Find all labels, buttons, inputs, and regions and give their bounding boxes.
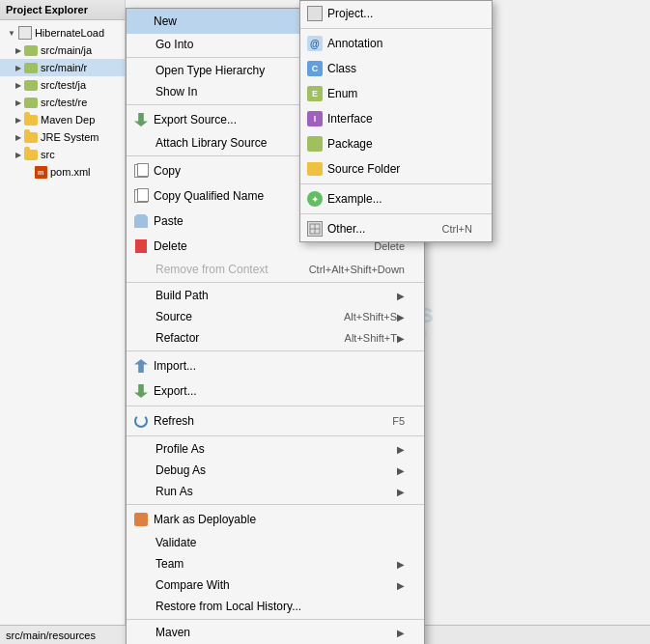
tree-item-srctestr[interactable]: ▶ src/test/re (0, 94, 125, 111)
tree-item-src[interactable]: ▶ src (0, 146, 125, 163)
submenu-arrow: ▶ (397, 487, 405, 497)
tree-label: src/test/re (41, 97, 87, 108)
menu-item-markdeployable[interactable]: Mark as Deployable (127, 507, 424, 532)
menu-item-profileas[interactable]: Profile As ▶ (127, 438, 424, 460)
menu-item-debugas[interactable]: Debug As ▶ (127, 460, 424, 481)
refresh-icon (132, 412, 150, 430)
submenu-item-example[interactable]: ✦ Example... (300, 186, 492, 211)
menu-item-buildpath[interactable]: Build Path ▶ (127, 285, 424, 306)
folder-icon (24, 96, 38, 109)
tree-item-srcmainj[interactable]: ▶ src/main/ja (0, 42, 125, 59)
submenu-arrow: ▶ (397, 291, 405, 301)
tree-item-srcmainr[interactable]: ▶ src/main/r (0, 59, 125, 76)
submenu-annotation-label: Annotation (327, 37, 472, 50)
submenu-item-other[interactable]: Other... Ctrl+N (300, 216, 492, 241)
menu-item-team[interactable]: Team ▶ (127, 553, 424, 574)
submenu-arrow: ▶ (397, 444, 405, 455)
tree-item-pomxml[interactable]: m pom.xml (0, 163, 125, 181)
menu-item-exp-label: Export... (154, 384, 405, 398)
folder-icon (24, 113, 38, 126)
menu-item-export[interactable]: Export... (127, 378, 424, 404)
menu-item-ra-label: Run As (155, 485, 397, 498)
export-source-icon (132, 111, 150, 128)
menu-item-refactor[interactable]: Refactor Alt+Shift+T ▶ (127, 327, 424, 349)
new-icon (132, 13, 150, 30)
submenu-other-shortcut: Ctrl+N (442, 223, 472, 235)
tree-label: src/main/ja (41, 44, 92, 56)
submenu-sourcefolder-label: Source Folder (327, 162, 472, 176)
separator (127, 406, 424, 406)
menu-item-refresh[interactable]: Refresh F5 (127, 408, 424, 434)
folder-icon (24, 148, 38, 161)
submenu-item-package[interactable]: Package (300, 131, 492, 156)
project-icon (18, 26, 32, 40)
expand-icon: ▶ (15, 133, 21, 142)
example-icon: ✦ (306, 190, 324, 208)
separator (127, 435, 424, 436)
menu-item-validate[interactable]: Validate (127, 532, 424, 553)
package-icon (306, 135, 324, 153)
sourcefolder-icon (306, 160, 324, 178)
delete-icon (132, 238, 150, 255)
explorer-tree: ▼ HibernateLoad ▶ src/main/ja ▶ src/main… (0, 20, 125, 184)
expand-icon: ▶ (15, 46, 21, 55)
folder-icon (24, 130, 38, 144)
menu-item-src-shortcut: Alt+Shift+S (344, 311, 397, 322)
menu-item-da-label: Debug As (155, 463, 397, 477)
copy-icon (132, 162, 150, 180)
tree-item-hibernate[interactable]: ▼ HibernateLoad (0, 24, 125, 42)
submenu-arrow: ▶ (397, 312, 405, 322)
submenu-item-class[interactable]: C Class (300, 56, 492, 81)
submenu-item-project[interactable]: Project... (300, 1, 492, 26)
menu-item-removefromctx[interactable]: Remove from Context Ctrl+Alt+Shift+Down (127, 259, 424, 280)
submenu-arrow: ▶ (397, 580, 405, 591)
menu-item-rfc-shortcut: Ctrl+Alt+Shift+Down (309, 264, 405, 275)
menu-item-cw-label: Compare With (155, 578, 397, 592)
tree-item-srctestj[interactable]: ▶ src/test/ja (0, 76, 125, 94)
submenu-item-sourcefolder[interactable]: Source Folder (300, 156, 492, 182)
submenu-item-interface[interactable]: I Interface (300, 106, 492, 131)
submenu-other-label: Other... (327, 222, 423, 236)
menu-item-restorefromlocalhistory[interactable]: Restore from Local History... (127, 596, 424, 617)
menu-item-rfc-label: Remove from Context (155, 263, 290, 276)
submenu-arrow: ▶ (397, 628, 405, 638)
tree-item-jresys[interactable]: ▶ JRE System (0, 128, 125, 146)
submenu-item-enum[interactable]: E Enum (300, 81, 492, 106)
folder-icon (24, 78, 38, 92)
tree-label: JRE System (41, 131, 99, 143)
separator (127, 504, 424, 505)
menu-item-pa-label: Profile As (155, 442, 397, 456)
expand-icon: ▶ (15, 64, 21, 72)
submenu-arrow: ▶ (397, 559, 405, 570)
separator (300, 213, 492, 214)
menu-item-maven[interactable]: Maven ▶ (127, 622, 424, 643)
export-icon (132, 382, 150, 400)
class-icon: C (306, 60, 324, 77)
menu-item-ref-label: Refactor (155, 331, 325, 345)
tree-label: HibernateLoad (35, 27, 104, 39)
submenu-example-label: Example... (327, 192, 472, 206)
menu-item-md-label: Mark as Deployable (154, 513, 405, 526)
other-icon (306, 220, 324, 238)
tree-label: src/main/r (41, 62, 87, 73)
separator (127, 282, 424, 283)
tree-label: Maven Dep (41, 114, 95, 126)
separator (127, 619, 424, 620)
menu-item-comparewith[interactable]: Compare With ▶ (127, 574, 424, 596)
menu-item-src-label: Source (155, 310, 325, 323)
submenu-item-annotation[interactable]: @ Annotation (300, 31, 492, 56)
project-new-icon (306, 5, 324, 22)
expand-icon: ▶ (15, 81, 21, 90)
expand-icon: ▶ (15, 116, 21, 125)
tree-item-mavendep[interactable]: ▶ Maven Dep (0, 111, 125, 128)
copy-qualname-icon (132, 187, 150, 205)
menu-item-source[interactable]: Source Alt+Shift+S ▶ (127, 306, 424, 327)
separator (127, 350, 424, 351)
menu-item-runas[interactable]: Run As ▶ (127, 481, 424, 502)
pom-icon: m (34, 165, 47, 179)
submenu-enum-label: Enum (327, 87, 472, 100)
folder-icon (24, 43, 38, 57)
mark-icon (132, 511, 150, 528)
menu-item-import[interactable]: Import... (127, 353, 424, 378)
submenu-project-label: Project... (327, 7, 472, 20)
